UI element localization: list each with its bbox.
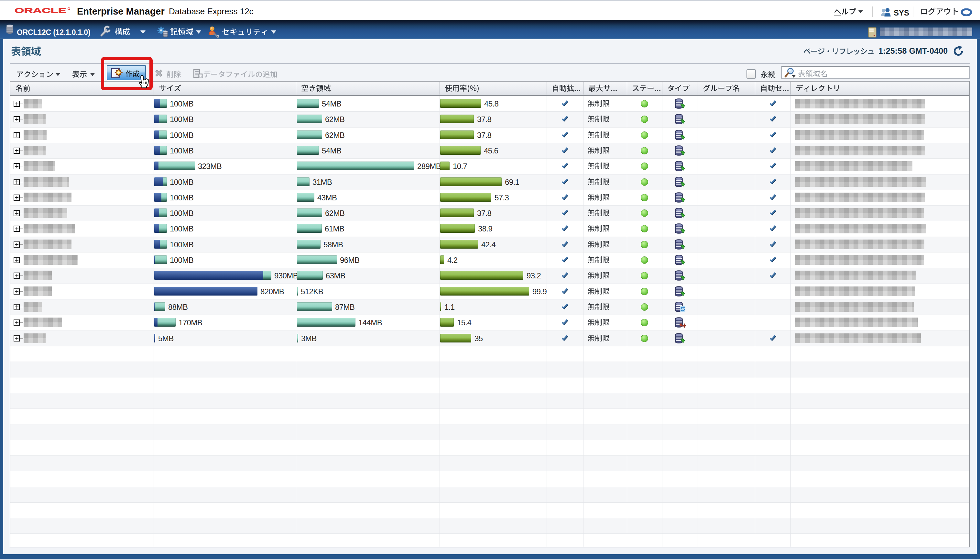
svg-text:ORACLE: ORACLE <box>15 7 66 13</box>
